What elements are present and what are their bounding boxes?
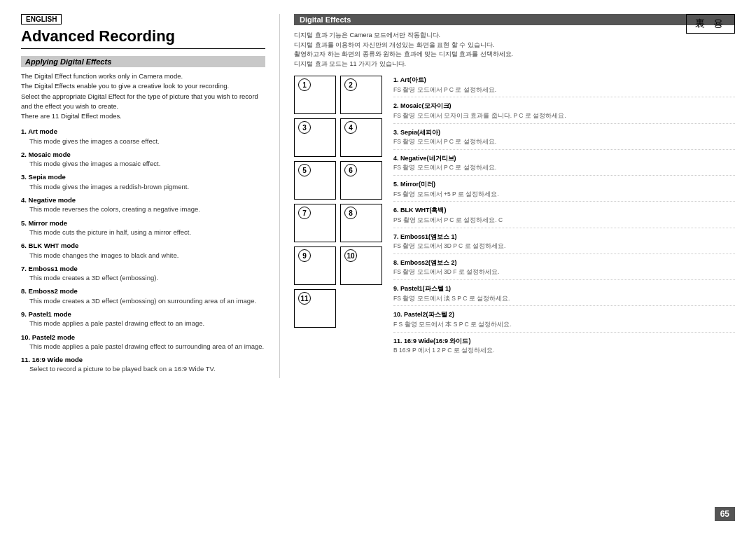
effect-item: 1. Art(아트)FS 촬영 모드에서 P C 로 설정하세요. (393, 76, 735, 97)
num-box-11: 11 (294, 289, 336, 328)
circle-number: 1 (298, 78, 311, 91)
effect-title: 2. Mosaic(모자이크) (393, 102, 451, 109)
mode-title: 4. Negative mode (21, 196, 76, 204)
mode-desc: This mode gives the images a coarse effe… (21, 137, 265, 146)
effects-grid: 1234567891011 1. Art(아트)FS 촬영 모드에서 P C 로… (294, 76, 735, 362)
numbered-boxes: 1234567891011 (294, 76, 382, 362)
mode-item: 11. 16:9 Wide modeSelect to record a pic… (21, 355, 265, 374)
num-box-6: 6 (340, 161, 382, 200)
mode-item: 5. Mirror modeThis mode cuts the picture… (21, 218, 265, 237)
mode-title: 6. BLK WHT mode (21, 242, 78, 249)
mode-title: 10. Pastel2 mode (21, 333, 75, 341)
circle-number: 9 (298, 249, 311, 262)
num-box-2: 2 (340, 76, 382, 114)
num-box-5: 5 (294, 161, 336, 200)
mode-desc: This mode cuts the picture in half, usin… (21, 228, 265, 237)
effect-item: 10. Pastel2(파스텔 2)F S 촬영 모드에서 本 S P C 로 … (393, 310, 735, 332)
mode-item: 3. Sepia modeThis mode gives the images … (21, 172, 265, 191)
mode-desc: This mode applies a pale pastel drawing … (21, 319, 265, 328)
num-box-1: 1 (294, 76, 336, 114)
mode-desc: This mode gives the images a reddish-bro… (21, 182, 265, 191)
mode-desc: This mode creates a 3D effect (embossing… (21, 273, 265, 282)
mode-desc: This mode changes the images to black an… (21, 251, 265, 260)
effect-detail: FS 촬영 모드에서 P C 로 설정하세요. (393, 163, 735, 172)
right-intro: 디지털 효과 기능은 Camera 모드에서만 작동합니다. 디지털 효과를 이… (294, 31, 735, 69)
effect-detail: FS 촬영 모드에서 P C 로 설정하세요. (393, 137, 735, 146)
effect-title: 1. Art(아트) (393, 76, 426, 83)
left-section-header: Applying Digital Effects (21, 56, 265, 67)
mode-item: 4. Negative modeThis mode reverses the c… (21, 195, 265, 214)
effects-list: 1. Art(아트)FS 촬영 모드에서 P C 로 설정하세요.2. Mosa… (393, 76, 735, 362)
effect-item: 4. Negative(네거티브)FS 촬영 모드에서 P C 로 설정하세요. (393, 154, 735, 176)
effect-title: 4. Negative(네거티브) (393, 155, 456, 162)
effect-item: 9. Pastel1(파스텔 1)FS 촬영 모드에서 淡 S P C 로 설정… (393, 284, 735, 306)
effect-item: 11. 16:9 Wide(16:9 와이드)B 16:9 P 에서 1 2 P… (393, 337, 735, 358)
circle-number: 11 (298, 292, 311, 305)
mode-desc: This mode reverses the colors, creating … (21, 204, 265, 214)
mode-item: 8. Emboss2 modeThis mode creates a 3D ef… (21, 286, 265, 305)
effect-item: 7. Emboss1(엠보스 1)FS 촬영 모드에서 3D P C 로 설정하… (393, 232, 735, 254)
english-badge: ENGLISH (21, 14, 62, 25)
num-box-3: 3 (294, 118, 336, 157)
mode-desc: This mode applies a pale pastel drawing … (21, 342, 265, 351)
page-number: 65 (715, 507, 735, 521)
circle-number: 6 (344, 164, 357, 176)
mode-title: 5. Mirror mode (21, 219, 67, 227)
mode-title: 7. Emboss1 mode (21, 265, 78, 272)
effect-title: 6. BLK WHT(흑백) (393, 207, 447, 214)
effect-detail: FS 촬영 모드에서 P C 로 설정하세요. (393, 85, 735, 95)
effect-detail: F S 촬영 모드에서 本 S P C 로 설정하세요. (393, 320, 735, 329)
effect-detail: B 16:9 P 에서 1 2 P C 로 설정하세요. (393, 346, 735, 355)
mode-title: 11. 16:9 Wide mode (21, 356, 83, 363)
effect-title: 11. 16:9 Wide(16:9 와이드) (393, 338, 470, 345)
mode-item: 1. Art modeThis mode gives the images a … (21, 127, 265, 146)
right-section-header: Digital Effects (294, 14, 735, 25)
effect-item: 8. Emboss2(엠보스 2)FS 촬영 모드에서 3D F 로 설정하세요… (393, 258, 735, 280)
mode-title: 3. Sepia mode (21, 173, 66, 181)
page-title: Advanced Recording (21, 27, 265, 49)
mode-desc: Select to record a picture to be played … (21, 364, 265, 373)
effect-detail: FS 촬영 모드에서 +5 P 로 설정하세요. (393, 190, 735, 199)
effect-detail: PS 촬영 모드에서 P C 로 설정하세요. C (393, 216, 735, 225)
mode-item: 7. Emboss1 modeThis mode creates a 3D ef… (21, 264, 265, 283)
effect-title: 7. Emboss1(엠보스 1) (393, 233, 457, 240)
effect-item: 2. Mosaic(모자이크)FS 촬영 모드에서 모자이크 효과를 줍니다. … (393, 102, 735, 123)
effect-item: 5. Mirror(미러)FS 촬영 모드에서 +5 P 로 설정하세요. (393, 180, 735, 202)
num-box-4: 4 (340, 118, 382, 157)
left-intro: The Digital Effect function works only i… (21, 71, 265, 121)
num-box-10: 10 (340, 246, 382, 285)
circle-number: 5 (298, 164, 311, 176)
mode-desc: This mode gives the images a mosaic effe… (21, 159, 265, 168)
circle-number: 4 (344, 121, 357, 134)
mode-item: 9. Pastel1 modeThis mode applies a pale … (21, 310, 265, 328)
mode-item: 2. Mosaic modeThis mode gives the images… (21, 150, 265, 169)
page: 裏 용 ENGLISH Advanced Recording Applying … (0, 0, 756, 535)
circle-number: 8 (344, 207, 357, 219)
effect-title: 9. Pastel1(파스텔 1) (393, 285, 451, 292)
effect-title: 10. Pastel2(파스텔 2) (393, 311, 454, 318)
mode-title: 8. Emboss2 mode (21, 287, 78, 295)
circle-number: 7 (298, 207, 311, 219)
num-box-8: 8 (340, 204, 382, 242)
mode-list: 1. Art modeThis mode gives the images a … (21, 127, 265, 374)
top-right-chars: 裏 용 (686, 14, 735, 34)
effect-item: 3. Sepia(세피아)FS 촬영 모드에서 P C 로 설정하세요. (393, 128, 735, 150)
effect-detail: FS 촬영 모드에서 모자이크 효과를 줍니다. P C 로 설정하세요. (393, 111, 735, 120)
effect-detail: FS 촬영 모드에서 淡 S P C 로 설정하세요. (393, 294, 735, 303)
mode-item: 6. BLK WHT modeThis mode changes the ima… (21, 241, 265, 260)
effect-detail: FS 촬영 모드에서 3D F 로 설정하세요. (393, 268, 735, 277)
circle-number: 3 (298, 121, 311, 134)
mode-desc: This mode creates a 3D effect (embossing… (21, 296, 265, 305)
mode-title: 9. Pastel1 mode (21, 310, 71, 318)
mode-title: 2. Mosaic mode (21, 151, 71, 158)
circle-number: 2 (344, 78, 357, 91)
effect-title: 5. Mirror(미러) (393, 181, 435, 188)
left-column: ENGLISH Advanced Recording Applying Digi… (21, 14, 280, 378)
effect-detail: FS 촬영 모드에서 3D P C 로 설정하세요. (393, 242, 735, 251)
effect-title: 8. Emboss2(엠보스 2) (393, 259, 457, 266)
num-box-9: 9 (294, 246, 336, 285)
num-box-7: 7 (294, 204, 336, 242)
circle-number: 10 (344, 249, 357, 262)
mode-title: 1. Art mode (21, 127, 57, 135)
effect-title: 3. Sepia(세피아) (393, 129, 440, 136)
